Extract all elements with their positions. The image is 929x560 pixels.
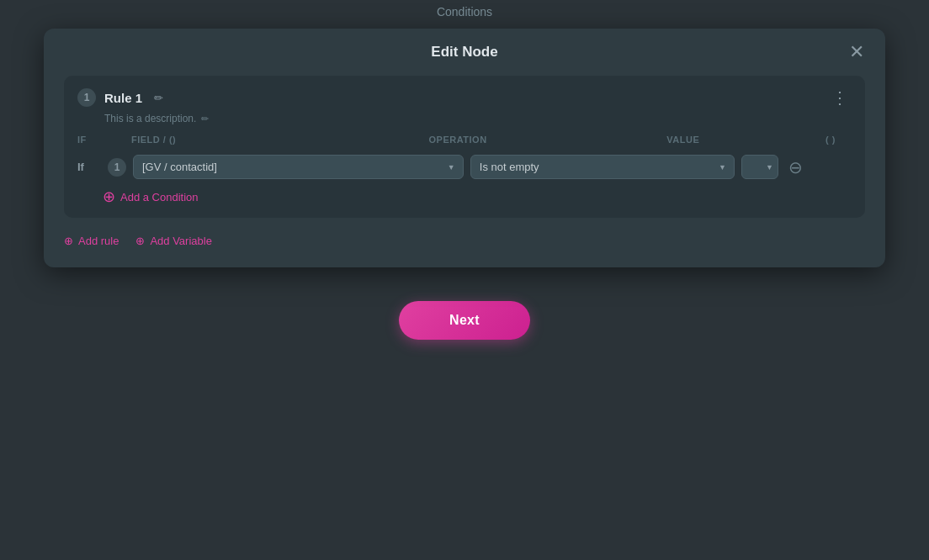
remove-condition-button[interactable]: ⊖	[788, 159, 803, 176]
rule-description-text: This is a description.	[104, 113, 196, 124]
close-button[interactable]: ✕	[845, 40, 868, 64]
edit-node-modal: Edit Node ✕ 1 Rule 1 ✏ ⋮ This is a descr…	[44, 29, 885, 267]
page-header: Conditions	[0, 0, 929, 20]
next-button[interactable]: Next	[399, 301, 530, 340]
condition-row-number: 1	[108, 158, 126, 177]
modal-title: Edit Node	[431, 44, 497, 61]
condition-table-header: If FIELD / () Operation Value ( )	[77, 135, 852, 151]
rule-title: Rule 1	[104, 91, 142, 105]
add-condition-label: Add a Condition	[120, 191, 199, 203]
bottom-actions: ⊕ Add rule ⊕ Add Variable	[64, 231, 865, 251]
modal-body: 1 Rule 1 ✏ ⋮ This is a description. ✏ If…	[44, 72, 885, 267]
col-header-value: Value	[666, 135, 810, 145]
rule-description: This is a description. ✏	[104, 113, 852, 124]
rule-header: 1 Rule 1 ✏ ⋮	[77, 87, 852, 108]
condition-row: If 1 [GV / contactid] [GV / email] [GV /…	[77, 151, 852, 182]
add-rule-label: Add rule	[78, 235, 119, 247]
value-select-wrapper	[741, 155, 778, 179]
page-header-text: Conditions	[437, 5, 492, 18]
rule-number-badge: 1	[77, 88, 96, 107]
add-rule-plus-icon: ⊕	[64, 235, 73, 247]
rule-options-button[interactable]: ⋮	[828, 87, 852, 108]
add-variable-plus-icon: ⊕	[135, 235, 145, 247]
col-header-if: If	[77, 135, 128, 145]
col-header-field: FIELD / ()	[128, 135, 429, 145]
condition-table: If FIELD / () Operation Value ( ) If 1 […	[77, 135, 852, 204]
minus-circle-icon: ⊖	[788, 159, 803, 176]
rule-header-left: 1 Rule 1 ✏	[77, 88, 163, 107]
operation-select[interactable]: Is not empty Is empty Equals Not equals …	[470, 155, 735, 179]
add-variable-label: Add Variable	[150, 235, 211, 247]
operation-select-wrapper: Is not empty Is empty Equals Not equals …	[470, 155, 735, 179]
col-header-paren: ( )	[810, 135, 852, 145]
edit-description-icon[interactable]: ✏	[201, 114, 209, 124]
add-variable-button[interactable]: ⊕ Add Variable	[135, 235, 211, 247]
rule-card: 1 Rule 1 ✏ ⋮ This is a description. ✏ If…	[64, 76, 865, 218]
footer: Next	[0, 267, 929, 357]
add-rule-button[interactable]: ⊕ Add rule	[64, 235, 119, 247]
add-condition-plus-icon: ⊕	[103, 189, 115, 204]
edit-rule-title-icon[interactable]: ✏	[154, 92, 163, 104]
add-condition-button[interactable]: ⊕ Add a Condition	[77, 182, 199, 204]
col-header-operation: Operation	[429, 135, 667, 145]
field-select-wrapper: [GV / contactid] [GV / email] [GV / firs…	[133, 155, 464, 179]
field-select[interactable]: [GV / contactid] [GV / email] [GV / firs…	[133, 155, 464, 179]
modal-header: Edit Node ✕	[44, 29, 885, 72]
condition-if-label: If	[77, 161, 101, 173]
value-select[interactable]	[741, 155, 778, 179]
